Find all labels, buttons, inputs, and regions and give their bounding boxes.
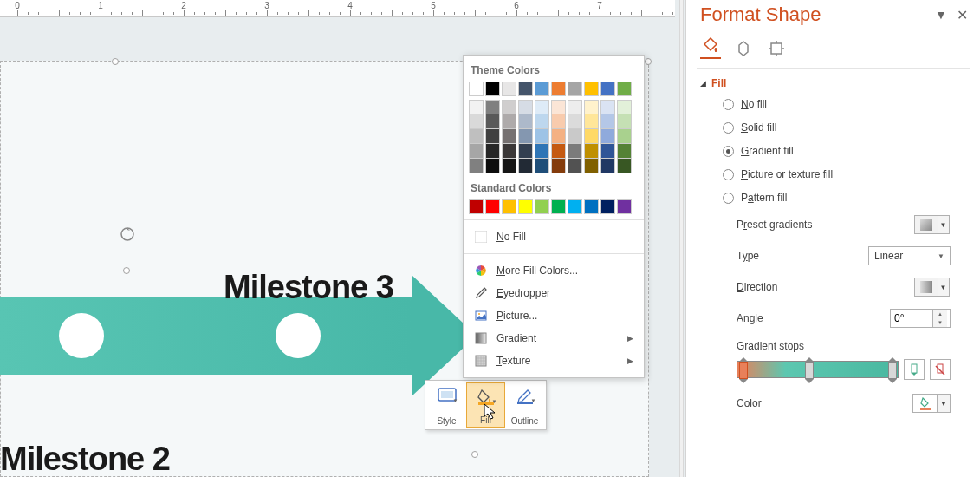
rotate-handle-icon[interactable] [119, 225, 136, 243]
gradient-item[interactable]: Gradient ▶ [469, 327, 639, 350]
add-gradient-stop-button[interactable] [904, 359, 925, 380]
color-swatch[interactable] [600, 159, 615, 173]
tab-fill-line[interactable] [700, 38, 721, 59]
gradient-stop[interactable] [805, 358, 814, 382]
color-swatch[interactable] [485, 199, 500, 214]
color-swatch[interactable] [584, 129, 599, 144]
color-swatch[interactable] [617, 100, 632, 114]
color-swatch[interactable] [502, 114, 516, 129]
color-swatch[interactable] [535, 114, 549, 129]
color-swatch[interactable] [584, 199, 599, 214]
color-swatch[interactable] [502, 100, 516, 114]
color-swatch[interactable] [584, 100, 599, 114]
color-swatch[interactable] [502, 144, 516, 159]
color-swatch[interactable] [518, 199, 533, 214]
color-swatch[interactable] [600, 129, 615, 144]
color-swatch[interactable] [600, 82, 615, 96]
chevron-down-icon[interactable]: ▼ [937, 394, 951, 413]
color-swatch[interactable] [502, 129, 516, 144]
texture-item[interactable]: Texture ▶ [469, 350, 639, 372]
color-swatch[interactable] [568, 100, 582, 114]
spinner-up[interactable]: ▲ [933, 310, 947, 318]
color-swatch[interactable] [535, 129, 549, 144]
color-swatch[interactable] [568, 129, 582, 144]
color-swatch[interactable] [600, 199, 615, 214]
color-swatch[interactable] [469, 114, 484, 129]
stop-color-button[interactable]: ▼ [912, 394, 951, 413]
color-swatch[interactable] [518, 159, 533, 173]
color-swatch[interactable] [469, 100, 484, 114]
color-swatch[interactable] [551, 82, 566, 96]
color-swatch[interactable] [568, 114, 582, 129]
tab-effects[interactable] [733, 38, 754, 59]
color-swatch[interactable] [469, 199, 484, 214]
radio-gradient-fill[interactable]: Gradient fill [723, 145, 966, 157]
color-swatch[interactable] [518, 100, 533, 114]
selection-handle[interactable] [645, 58, 652, 65]
color-swatch[interactable] [518, 144, 533, 159]
color-swatch[interactable] [469, 129, 484, 144]
remove-gradient-stop-button[interactable] [930, 359, 951, 380]
color-swatch[interactable] [502, 199, 516, 214]
color-swatch[interactable] [617, 129, 632, 144]
color-swatch[interactable] [551, 144, 566, 159]
angle-input[interactable] [891, 312, 932, 324]
radio-picture-fill[interactable]: Picture or texture fill [723, 168, 966, 180]
color-swatch[interactable] [617, 199, 632, 214]
panel-options-button[interactable]: ▼ [933, 7, 949, 23]
color-swatch[interactable] [469, 144, 484, 159]
color-swatch[interactable] [485, 144, 500, 159]
no-fill-item[interactable]: No Fill [469, 225, 639, 248]
milestone-3-text[interactable]: Milestone 3 [224, 269, 393, 306]
color-swatch[interactable] [617, 159, 632, 173]
selection-handle[interactable] [123, 267, 130, 274]
preset-gradients-dropdown[interactable]: ▼ [914, 215, 938, 234]
color-swatch[interactable] [551, 199, 566, 214]
gradient-stops-bar[interactable] [737, 361, 899, 378]
outline-button[interactable]: ▼ Outline [505, 382, 544, 428]
color-swatch[interactable] [518, 129, 533, 144]
tab-size-properties[interactable] [766, 38, 787, 59]
color-swatch[interactable] [600, 114, 615, 129]
milestone-2-text[interactable]: Milestone 2 [0, 441, 170, 477]
color-swatch[interactable] [502, 82, 516, 96]
color-swatch[interactable] [485, 129, 500, 144]
radio-solid-fill[interactable]: Solid fill [723, 121, 966, 134]
color-swatch[interactable] [568, 144, 582, 159]
color-swatch[interactable] [485, 100, 500, 114]
style-button[interactable]: ▼ Style [427, 382, 466, 428]
color-swatch[interactable] [600, 144, 615, 159]
eyedropper-item[interactable]: Eyedropper [469, 282, 639, 304]
color-swatch[interactable] [551, 129, 566, 144]
gradient-stop[interactable] [888, 358, 897, 382]
color-swatch[interactable] [535, 159, 549, 173]
spinner-down[interactable]: ▼ [933, 318, 947, 327]
color-swatch[interactable] [584, 114, 599, 129]
color-swatch[interactable] [485, 114, 500, 129]
more-colors-item[interactable]: More Fill Colors... [469, 259, 639, 282]
color-swatch[interactable] [568, 82, 582, 96]
picture-item[interactable]: Picture... [469, 304, 639, 327]
color-swatch[interactable] [551, 100, 566, 114]
color-swatch[interactable] [535, 199, 549, 214]
color-swatch[interactable] [518, 82, 533, 96]
color-swatch[interactable] [584, 82, 599, 96]
direction-dropdown[interactable]: ▼ [914, 278, 938, 297]
color-swatch[interactable] [584, 144, 599, 159]
color-swatch[interactable] [502, 159, 516, 173]
radio-pattern-fill[interactable]: Pattern fill [723, 192, 966, 204]
color-swatch[interactable] [584, 159, 599, 173]
close-icon[interactable]: ✕ [954, 7, 970, 23]
selection-handle[interactable] [471, 451, 478, 458]
color-swatch[interactable] [535, 82, 549, 96]
color-swatch[interactable] [469, 82, 484, 96]
color-swatch[interactable] [617, 144, 632, 159]
color-swatch[interactable] [568, 159, 582, 173]
color-swatch[interactable] [568, 199, 582, 214]
color-swatch[interactable] [600, 100, 615, 114]
color-swatch[interactable] [551, 114, 566, 129]
gradient-stop[interactable] [739, 358, 748, 382]
color-swatch[interactable] [535, 100, 549, 114]
color-swatch[interactable] [535, 144, 549, 159]
color-swatch[interactable] [617, 114, 632, 129]
